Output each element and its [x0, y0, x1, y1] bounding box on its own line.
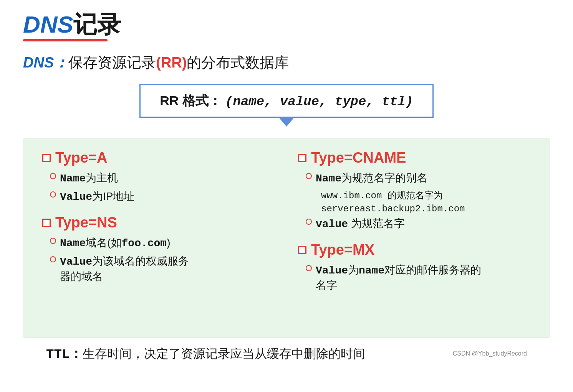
content-area: Type=A Name为主机 Value为IP地址 Type=NS Name域名…: [23, 138, 550, 338]
type-cname-section: Type=CNAME Name为规范名字的别名 www.ibm.com 的规范名…: [298, 150, 535, 231]
ttl-text: 生存时间，决定了资源记录应当从缓存中删除的时间: [83, 347, 365, 361]
type-ns-square-icon: [42, 219, 51, 227]
circle-icon: [306, 173, 312, 179]
rr-keyword: (RR): [156, 54, 187, 71]
rr-box-wrapper: RR 格式： (name, value, type, ttl): [23, 84, 550, 127]
type-mx-label: Type=MX: [311, 242, 374, 258]
title-dns: DNS: [23, 11, 73, 38]
circle-icon: [306, 265, 312, 271]
type-mx-text1: 为: [348, 264, 359, 276]
bottom-bar: TTL：生存时间，决定了资源记录应当从缓存中删除的时间 CSDN @Ybb_st…: [23, 338, 550, 369]
type-a-name-key: Name: [60, 173, 86, 184]
circle-icon: [50, 173, 56, 179]
type-cname-value-key: value: [316, 218, 348, 230]
type-ns-name-key: Name: [60, 237, 86, 249]
dns-middle-text: 保存资源记录: [68, 54, 156, 71]
ttl-keyword: TTL：: [46, 347, 83, 362]
type-a-label: Type=A: [55, 150, 108, 166]
type-cname-heading: Type=CNAME: [298, 150, 535, 166]
type-a-value-text: 为IP地址: [92, 190, 134, 202]
type-mx-square-icon: [298, 246, 306, 254]
type-ns-heading: Type=NS: [42, 214, 279, 231]
title-rest: 记录: [73, 11, 121, 38]
type-a-square-icon: [42, 154, 51, 162]
dns-suffix-text: 的分布式数据库: [187, 54, 289, 71]
dns-description: DNS：保存资源记录(RR)的分布式数据库: [23, 53, 550, 72]
type-mx-heading: Type=MX: [298, 242, 535, 258]
type-cname-value-item: value 为规范名字: [306, 216, 535, 231]
type-mx-value-key: Value: [316, 265, 348, 277]
right-column: Type=CNAME Name为规范名字的别名 www.ibm.com 的规范名…: [290, 150, 535, 326]
type-a-value-item: Value为IP地址: [50, 189, 279, 204]
type-ns-value-key: Value: [60, 256, 92, 268]
type-mx-name-key: name: [359, 265, 384, 277]
type-mx-value-item: Value为name对应的邮件服务器的名字: [306, 263, 535, 293]
title-underline: [23, 39, 108, 41]
type-a-section: Type=A Name为主机 Value为IP地址: [42, 150, 279, 204]
type-a-name-text: 为主机: [86, 172, 118, 184]
rr-label: RR 格式：: [160, 93, 222, 108]
type-cname-name-text: 为规范名字的别名: [341, 172, 427, 184]
triangle-indicator: [278, 117, 295, 127]
type-ns-name-text: 域名(如: [86, 237, 121, 249]
page-title: DNS记录: [23, 12, 550, 38]
rr-format: (name, value, type, ttl): [225, 94, 413, 109]
type-cname-square-icon: [298, 154, 306, 162]
type-a-value-key: Value: [60, 191, 92, 203]
cname-example-2: servereast.backup2.ibm.com: [321, 204, 535, 214]
type-ns-foo: foo.com: [122, 237, 167, 249]
type-ns-label: Type=NS: [55, 214, 117, 231]
circle-icon: [50, 191, 56, 198]
type-cname-label: Type=CNAME: [311, 150, 406, 166]
type-a-heading: Type=A: [42, 150, 279, 166]
type-cname-value-text: 为规范名字: [348, 217, 405, 229]
cname-example-1: www.ibm.com 的规范名字为: [321, 189, 535, 201]
type-ns-section: Type=NS Name域名(如foo.com) Value为该域名的权威服务器…: [42, 214, 279, 284]
type-ns-value-item: Value为该域名的权威服务器的域名: [50, 254, 279, 284]
circle-icon: [306, 219, 312, 225]
circle-icon: [50, 238, 56, 244]
left-column: Type=A Name为主机 Value为IP地址 Type=NS Name域名…: [42, 150, 290, 326]
type-a-name-item: Name为主机: [50, 171, 279, 185]
watermark: CSDN @Ybb_studyRecord: [453, 350, 527, 357]
dns-keyword: DNS：: [23, 54, 68, 71]
type-mx-section: Type=MX Value为name对应的邮件服务器的名字: [298, 242, 535, 293]
ttl-description: TTL：生存时间，决定了资源记录应当从缓存中删除的时间: [46, 345, 365, 362]
type-cname-name-key: Name: [316, 173, 341, 184]
type-cname-name-item: Name为规范名字的别名: [306, 171, 535, 185]
type-ns-paren: ): [167, 237, 170, 249]
type-ns-name-item: Name域名(如foo.com): [50, 236, 279, 250]
rr-format-box: RR 格式： (name, value, type, ttl): [139, 84, 434, 118]
circle-icon: [50, 256, 56, 262]
